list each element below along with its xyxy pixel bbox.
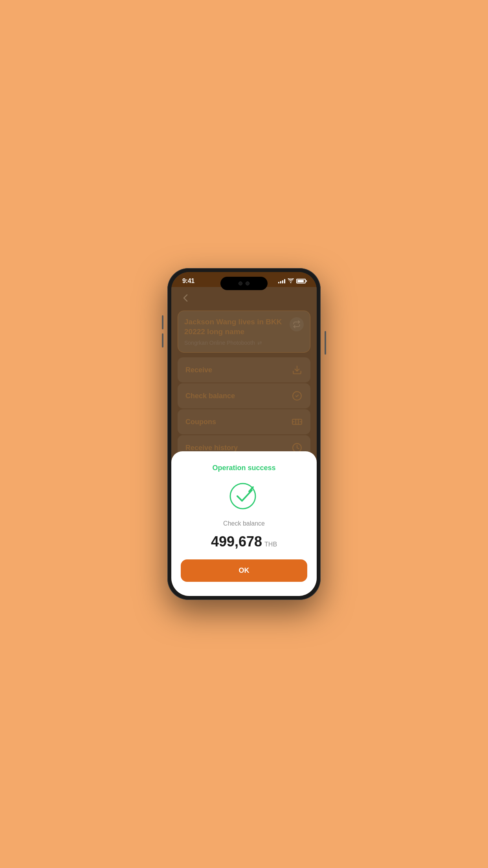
success-title: Operation success [212, 464, 275, 472]
status-icons [278, 278, 306, 284]
balance-row: 499,678 THB [211, 533, 277, 550]
status-bar: 9:41 [171, 272, 317, 287]
success-check-icon [226, 478, 262, 514]
wifi-icon [288, 278, 294, 284]
volume-buttons [162, 315, 163, 348]
status-time: 9:41 [182, 278, 194, 285]
signal-bars-icon [278, 279, 285, 283]
dynamic-island [220, 277, 268, 290]
balance-amount: 499,678 [211, 533, 262, 550]
phone-screen: 9:41 [171, 272, 317, 596]
power-button [325, 331, 326, 355]
bottom-sheet-modal: Operation success Check balance 499,678 … [171, 451, 317, 596]
battery-icon [296, 279, 306, 283]
check-balance-label: Check balance [223, 520, 265, 527]
main-content: Jackson Wang lives in BKK 20222 long nam… [171, 287, 317, 596]
svg-point-8 [230, 484, 255, 509]
ok-button[interactable]: OK [181, 559, 307, 582]
phone-frame: 9:41 [167, 268, 321, 600]
balance-currency: THB [264, 541, 277, 548]
